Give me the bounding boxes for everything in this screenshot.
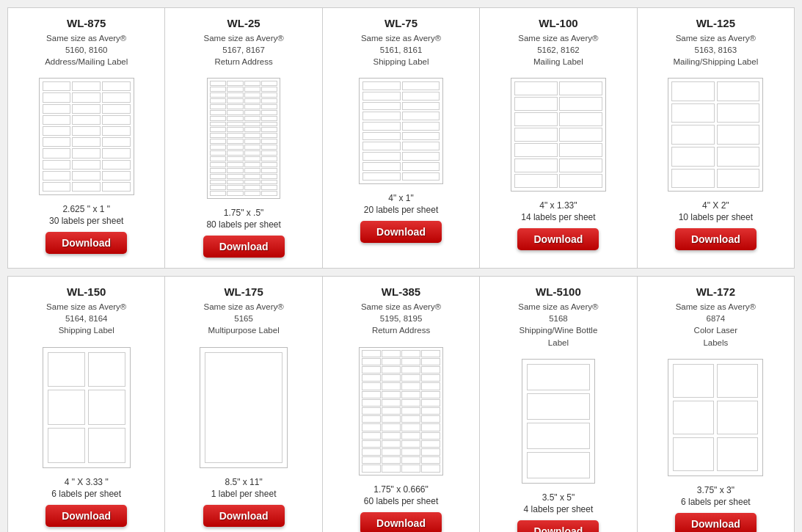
label-cell: [362, 132, 401, 141]
label-cell: [72, 92, 101, 102]
label-cell: [102, 148, 131, 158]
label-cell: [48, 390, 85, 425]
card-title-wl-75: WL-75: [384, 17, 418, 29]
label-cell: [362, 358, 381, 365]
label-cell: [401, 382, 420, 390]
card-wl-150: WL-150Same size as Avery®5164, 8164Shipp…: [8, 277, 165, 532]
download-button-wl-125[interactable]: Download: [675, 228, 757, 250]
label-cell: [227, 180, 243, 185]
card-wl-175: WL-175Same size as Avery®5165Multipurpos…: [165, 277, 322, 532]
label-cell: [261, 116, 277, 121]
label-cell: [362, 366, 381, 374]
label-cell: [244, 122, 260, 127]
label-cell: [210, 139, 226, 144]
download-button-wl-25[interactable]: Download: [203, 236, 285, 258]
label-cell: [382, 399, 401, 407]
label-cell: [261, 162, 277, 167]
label-cell: [717, 169, 760, 189]
label-cell: [244, 116, 260, 121]
label-cell: [559, 112, 602, 126]
card-count-wl-100: 14 labels per sheet: [521, 212, 595, 222]
label-cell: [227, 81, 243, 86]
card-count-wl-172: 6 labels per sheet: [681, 497, 751, 507]
label-cell: [227, 150, 243, 156]
label-cell: [102, 104, 131, 114]
download-button-wl-385[interactable]: Download: [360, 512, 442, 532]
label-cell: [210, 81, 226, 86]
label-cell: [102, 171, 131, 181]
label-cell: [261, 127, 277, 132]
label-cell: [673, 364, 714, 398]
label-cell: [227, 133, 243, 138]
card-subtitle-wl-125: Same size as Avery®5163, 8163Mailing/Shi…: [673, 32, 758, 68]
label-cell: [227, 104, 243, 109]
label-cell: [401, 456, 420, 464]
download-button-wl-100[interactable]: Download: [517, 228, 599, 250]
label-cell: [210, 185, 226, 190]
label-cell: [210, 116, 226, 121]
label-preview: [522, 359, 595, 484]
label-cell: [244, 127, 260, 132]
label-cell: [210, 180, 226, 185]
label-cell: [244, 162, 260, 167]
label-cell: [261, 81, 277, 86]
label-cell: [717, 364, 758, 398]
download-button-wl-150[interactable]: Download: [45, 505, 127, 527]
label-preview: [359, 78, 443, 184]
label-cell: [72, 126, 101, 136]
label-cell: [362, 440, 381, 448]
label-cell: [421, 415, 440, 423]
label-cell: [261, 150, 277, 156]
label-cell: [227, 174, 243, 179]
card-wl-75: WL-75Same size as Avery®5161, 8161Shippi…: [323, 8, 480, 268]
label-cell: [421, 448, 440, 456]
label-cell: [527, 423, 590, 449]
card-count-wl-150: 6 labels per sheet: [51, 489, 121, 499]
label-cell: [421, 432, 440, 440]
label-cell: [244, 98, 260, 103]
download-button-wl-175[interactable]: Download: [203, 505, 285, 527]
card-size-wl-100: 4" x 1.33": [539, 200, 577, 211]
label-cell: [261, 122, 277, 127]
label-cell: [527, 393, 590, 420]
label-cell: [402, 81, 440, 90]
label-cell: [43, 104, 71, 114]
label-cell: [401, 432, 420, 440]
label-cell: [227, 87, 243, 92]
label-cell: [402, 112, 440, 120]
label-cell: [402, 142, 440, 150]
label-cell: [261, 168, 277, 173]
label-row-2: WL-150Same size as Avery®5164, 8164Shipp…: [7, 276, 795, 532]
label-cell: [244, 145, 260, 150]
download-button-wl-5100[interactable]: Download: [517, 520, 599, 532]
label-cell: [559, 174, 602, 188]
download-button-wl-875[interactable]: Download: [45, 232, 127, 254]
label-cell: [244, 156, 260, 161]
download-button-wl-75[interactable]: Download: [360, 221, 442, 243]
label-cell: [382, 374, 401, 382]
label-cell: [210, 156, 226, 161]
label-cell: [362, 415, 381, 423]
label-cell: [362, 81, 401, 90]
label-cell: [102, 182, 131, 192]
label-cell: [362, 448, 381, 456]
label-cell: [261, 110, 277, 115]
label-cell: [401, 358, 420, 365]
card-count-wl-125: 10 labels per sheet: [679, 212, 753, 222]
label-cell: [671, 81, 715, 101]
label-cell: [210, 168, 226, 173]
label-cell: [102, 160, 131, 170]
label-cell: [362, 162, 401, 171]
label-cell: [88, 428, 125, 463]
label-cell: [43, 160, 71, 170]
download-button-wl-172[interactable]: Download: [675, 513, 757, 532]
label-cell: [43, 148, 71, 158]
label-cell: [362, 407, 381, 415]
card-count-wl-385: 60 labels per sheet: [364, 496, 438, 506]
card-subtitle-wl-385: Same size as Avery®5195, 8195Return Addr…: [361, 301, 441, 336]
label-cell: [671, 147, 715, 167]
label-cell: [514, 143, 558, 157]
card-subtitle-wl-25: Same size as Avery®5167, 8167Return Addr…: [203, 32, 283, 68]
label-cell: [362, 112, 401, 120]
label-cell: [362, 172, 401, 181]
